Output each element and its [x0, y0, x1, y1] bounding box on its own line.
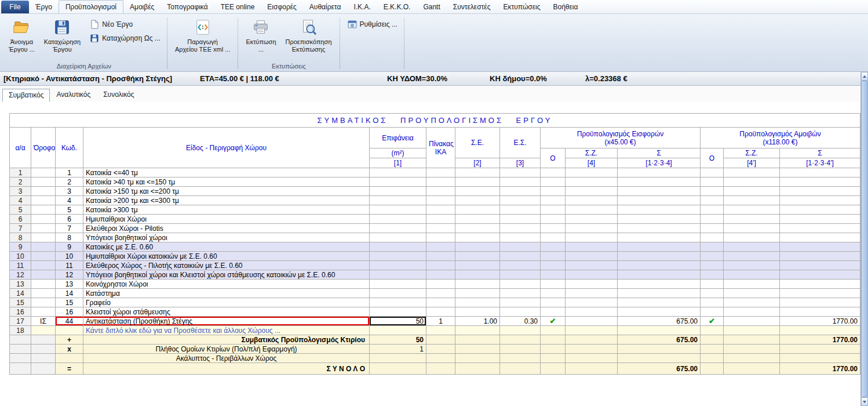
summary-row-cell-se[interactable]	[455, 345, 500, 354]
table-row-cell-pinakas[interactable]	[426, 270, 455, 280]
table-row-cell-sz1[interactable]	[566, 196, 618, 205]
table-row-cell-se[interactable]	[455, 215, 500, 224]
menu-tab[interactable]: Αυθαίρετα	[303, 0, 348, 13]
table-row-cell-pinakas[interactable]	[426, 298, 455, 307]
table-row-cell-orofos[interactable]	[31, 205, 56, 215]
summary-row-cell-es[interactable]	[500, 363, 541, 375]
table-row-cell-kod[interactable]: 7	[56, 224, 83, 233]
table-row-cell-kod[interactable]: 10	[56, 252, 83, 261]
table-row-cell-desc[interactable]: Ελεύθεροι Χώροι - Pilotis	[83, 224, 370, 233]
table-row-cell-sz1[interactable]	[566, 261, 618, 270]
table-row-cell-sz2[interactable]	[724, 205, 780, 215]
table-row-cell-kod[interactable]: 12	[56, 270, 83, 280]
table-row-cell-s1[interactable]	[618, 215, 701, 224]
table-row-cell-o2[interactable]	[701, 224, 724, 233]
table-row-cell-epif[interactable]	[370, 326, 426, 335]
table-row-cell-kod[interactable]: 1	[56, 168, 83, 177]
table-row-cell-aa[interactable]: 18	[10, 326, 31, 335]
table-row-cell-es[interactable]	[500, 307, 541, 317]
table-row-cell-epif[interactable]	[370, 242, 426, 252]
summary-row-cell-pinakas[interactable]	[426, 345, 455, 354]
table-row-cell-orofos[interactable]	[31, 289, 56, 298]
table-row-cell-aa[interactable]: 2	[10, 177, 31, 187]
table-row-cell-pinakas[interactable]	[426, 224, 455, 233]
table-row-cell-sz2[interactable]	[724, 196, 780, 205]
table-row-cell-orofos[interactable]	[31, 298, 56, 307]
table-row-cell-es[interactable]	[500, 215, 541, 224]
table-row-cell-se[interactable]	[455, 270, 500, 280]
table-row-cell-o1[interactable]	[541, 280, 566, 289]
table-row-cell-es[interactable]	[500, 196, 541, 205]
table-row-cell-s1[interactable]	[618, 205, 701, 215]
table-row-cell-o1[interactable]	[541, 270, 566, 280]
table-row-cell-desc[interactable]: Κάντε διπλό κλικ εδώ για να Προσθέσετε κ…	[83, 326, 370, 335]
table-row-cell-o1[interactable]	[541, 177, 566, 187]
table-row-cell-s2[interactable]	[780, 252, 860, 261]
table-row-cell-sz2[interactable]	[724, 177, 780, 187]
table-row-cell-es[interactable]	[500, 326, 541, 335]
menu-tab[interactable]: Αμοιβές	[123, 0, 161, 13]
table-row-cell-epif[interactable]	[370, 177, 426, 187]
table-row-cell-orofos[interactable]	[31, 196, 56, 205]
table-row-cell-es[interactable]	[500, 289, 541, 298]
table-row-cell-orofos[interactable]	[31, 280, 56, 289]
table-row-cell-s2[interactable]	[780, 224, 860, 233]
table-row-cell-desc[interactable]: Κατοικία >40 τμ και <=150 τμ	[83, 177, 370, 187]
table-row-cell-es[interactable]	[500, 261, 541, 270]
table-row-cell-sz1[interactable]	[566, 177, 618, 187]
table-row-cell-o1[interactable]	[541, 326, 566, 335]
table-row-cell-epif[interactable]	[370, 298, 426, 307]
table-row-cell-se[interactable]	[455, 261, 500, 270]
summary-row-cell-o1[interactable]	[541, 335, 566, 345]
table-row-cell-orofos[interactable]	[31, 224, 56, 233]
open-project-button[interactable]: Άνοιγμα Έργου ...	[4, 15, 39, 55]
table-row-cell-o2[interactable]	[701, 233, 724, 242]
table-row-cell-s1[interactable]	[618, 233, 701, 242]
table-row-cell-sz2[interactable]	[724, 215, 780, 224]
table-row-cell-o1[interactable]	[541, 168, 566, 177]
table-row-cell-aa[interactable]: 1	[10, 168, 31, 177]
table-row-cell-aa[interactable]: 4	[10, 196, 31, 205]
table-row-cell-pinakas[interactable]	[426, 177, 455, 187]
table-row-cell-es[interactable]	[500, 298, 541, 307]
summary-row-cell-desc[interactable]: Ακάλυπτος - Περιβάλλων Χώρος	[83, 354, 370, 363]
table-row-cell-s1[interactable]	[618, 252, 701, 261]
table-row-cell-kod[interactable]: 13	[56, 280, 83, 289]
summary-row-cell-o1[interactable]	[541, 363, 566, 375]
table-row-cell-es[interactable]	[500, 187, 541, 196]
summary-row-cell-sz1[interactable]	[566, 345, 618, 354]
table-row-cell-o2[interactable]	[701, 252, 724, 261]
summary-row-cell-o1[interactable]	[541, 354, 566, 363]
table-row-cell-pinakas[interactable]	[426, 205, 455, 215]
table-row-cell-sz2[interactable]	[724, 233, 780, 242]
table-row-cell-o2[interactable]	[701, 177, 724, 187]
table-row-cell-s2[interactable]	[780, 187, 860, 196]
table-row-cell-kod[interactable]: 5	[56, 205, 83, 215]
save-project-button[interactable]: Καταχώρηση Έργου	[39, 15, 85, 55]
table-row-cell-s2[interactable]	[780, 215, 860, 224]
table-row-cell-s1[interactable]	[618, 196, 701, 205]
table-row-cell-kod[interactable]: 11	[56, 261, 83, 270]
table-row-cell-epif[interactable]: 50	[370, 317, 426, 326]
print-preview-button[interactable]: Προεπισκόπηση Εκτύπωσης	[281, 15, 337, 55]
table-row-cell-sz2[interactable]	[724, 187, 780, 196]
table-row-cell-sz2[interactable]	[724, 326, 780, 335]
table-row-cell-o2[interactable]	[701, 187, 724, 196]
table-row-cell-sz2[interactable]	[724, 261, 780, 270]
table-row-cell-o1[interactable]	[541, 261, 566, 270]
table-row-cell-o2[interactable]	[701, 196, 724, 205]
summary-row-cell-sz1[interactable]	[566, 363, 618, 375]
summary-row-cell-sz2[interactable]	[724, 354, 780, 363]
table-row-cell-desc[interactable]: Κατάστημα	[83, 289, 370, 298]
table-row-cell-es[interactable]: 0.30	[500, 317, 541, 326]
table-row-cell-orofos[interactable]	[31, 177, 56, 187]
table-row-cell-orofos[interactable]	[31, 261, 56, 270]
table-row-cell-sz2[interactable]	[724, 242, 780, 252]
table-row-cell-se[interactable]	[455, 298, 500, 307]
table-row-cell-sz1[interactable]	[566, 270, 618, 280]
table-row-cell-epif[interactable]	[370, 289, 426, 298]
table-row-cell-o2[interactable]	[701, 215, 724, 224]
menu-tab[interactable]: Τοπογραφικά	[161, 0, 214, 13]
table-row-cell-o1[interactable]	[541, 242, 566, 252]
table-row-cell-o2[interactable]	[701, 261, 724, 270]
